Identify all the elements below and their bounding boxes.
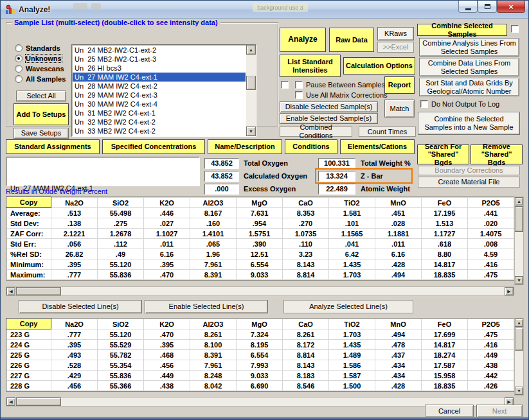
grid-cell[interactable]: .416 — [468, 340, 514, 350]
stats-grid-hscrollbar[interactable]: ◀ ▶ — [6, 286, 514, 296]
use-all-matrix-corrections-checkbox[interactable]: Use All Matrix Corrections — [295, 91, 388, 99]
grid-cell[interactable]: 9.033 — [237, 270, 283, 280]
grid-cell[interactable]: .438 — [144, 381, 190, 391]
grid-cell[interactable]: 14.817 — [422, 340, 468, 350]
grid-cell[interactable]: 1.581 — [329, 208, 375, 218]
minimize-button[interactable] — [458, 1, 478, 13]
list-item[interactable]: Un 27 MAM IW2 C4-ext-1 — [73, 73, 246, 82]
standard-assignments-button[interactable]: Standard Assignments — [6, 139, 100, 154]
grid-cell[interactable]: 2.1221 — [51, 229, 98, 239]
disable-selected-lines-button[interactable]: Disable Selected Line(s) — [19, 300, 142, 313]
grid-cell[interactable]: 12.51 — [237, 249, 283, 259]
grid-cell[interactable]: 55.529 — [98, 340, 144, 350]
grid-cell[interactable]: .011 — [144, 239, 190, 249]
grid-cell[interactable]: 1.0735 — [283, 229, 329, 239]
grid-cell[interactable]: .513 — [51, 208, 98, 218]
grid-cell[interactable]: 7.961 — [190, 259, 237, 270]
list-item[interactable]: Un 25 MB2-IW2-C1-ext-3 — [73, 55, 246, 64]
excel-button[interactable]: >>Excel — [377, 42, 414, 53]
grid-cell[interactable]: 8.248 — [190, 371, 237, 381]
grid-cell[interactable]: 6.42 — [329, 249, 375, 259]
kraws-button[interactable]: KRaws — [377, 27, 414, 40]
grid-cell[interactable]: .470 — [144, 270, 190, 280]
list-item[interactable]: Un 32 MB2 IW2 C4-ext-2 — [73, 118, 246, 127]
add-to-setups-button[interactable]: Add To Setups — [13, 103, 69, 125]
grid-cell[interactable]: .446 — [144, 208, 190, 218]
radio-standards[interactable]: Standards — [15, 44, 60, 52]
grid-cell[interactable]: .451 — [375, 208, 422, 218]
grid-cell[interactable]: 1.587 — [329, 371, 375, 381]
data-grid-vscrollbar[interactable]: ▲ ▼ — [514, 318, 524, 396]
grid-cell[interactable]: .470 — [144, 329, 190, 340]
grid-cell[interactable]: 7.993 — [237, 360, 283, 371]
save-setups-button[interactable]: Save Setups — [13, 128, 69, 139]
grid-cell[interactable]: .390 — [237, 239, 283, 249]
grid-cell[interactable]: .456 — [144, 360, 190, 371]
grid-cell[interactable]: .441 — [468, 208, 514, 218]
grid-cell[interactable]: .275 — [98, 218, 144, 229]
grid-cell[interactable]: .449 — [144, 371, 190, 381]
grid-cell[interactable]: .428 — [375, 381, 422, 391]
list-item[interactable]: Un 31 MB2 IW2 C4-ext-1 — [73, 109, 246, 118]
grid-cell[interactable]: .270 — [283, 218, 329, 229]
grid-cell[interactable]: 6.16 — [144, 249, 190, 259]
scroll-left-icon[interactable]: ◀ — [6, 287, 15, 295]
raw-data-button[interactable]: Raw Data — [329, 28, 374, 52]
grid-cell[interactable]: .429 — [51, 371, 98, 381]
grid-cell[interactable]: 6.690 — [237, 381, 283, 391]
grid-cell[interactable]: 17.195 — [422, 208, 468, 218]
grid-cell[interactable]: 1.1565 — [329, 229, 375, 239]
grid-cell[interactable]: 55.120 — [98, 329, 144, 340]
grid-cell[interactable]: 3.23 — [283, 249, 329, 259]
calculation-options-button[interactable]: Calculation Options — [343, 57, 415, 74]
grid-cell[interactable]: 8.391 — [190, 350, 237, 360]
grid-cell[interactable]: 55.498 — [98, 208, 144, 218]
grid-cell[interactable]: 8.143 — [283, 259, 329, 270]
do-not-output-to-log-checkbox[interactable]: Do Not Output To Log — [420, 100, 499, 108]
combined-conditions-button[interactable]: Combined Conditions — [280, 127, 352, 137]
grid-cell[interactable]: .456 — [51, 381, 98, 391]
scroll-up-icon[interactable]: ▲ — [515, 319, 523, 327]
grid-cell[interactable]: .426 — [468, 381, 514, 391]
list-item[interactable]: Un 26 HI bcs3 — [73, 64, 246, 73]
grid-cell[interactable]: .416 — [468, 259, 514, 270]
grid-cell[interactable]: 8.353 — [283, 208, 329, 218]
grid-cell[interactable]: 8.814 — [283, 350, 329, 360]
grid-cell[interactable]: 4.59 — [468, 249, 514, 259]
grid-cell[interactable]: .777 — [51, 270, 98, 280]
grid-cell[interactable]: .438 — [468, 360, 514, 371]
scrollbar-thumb[interactable] — [515, 206, 523, 232]
grid-cell[interactable]: .493 — [51, 350, 98, 360]
grid-cell[interactable]: 1.500 — [329, 381, 375, 391]
grid-cell[interactable]: 55.836 — [98, 270, 144, 280]
grid-cell[interactable]: 8.195 — [237, 340, 283, 350]
list-item[interactable]: Un 24 MB2-IW2-C1-ext-2 — [73, 46, 246, 55]
grid-cell[interactable]: .008 — [468, 239, 514, 249]
list-item[interactable]: Un 30 MAM IW2 C4-ext-4 — [73, 100, 246, 109]
list-standard-intensities-button[interactable]: List Standard Intensities — [280, 55, 341, 77]
grid-cell[interactable]: 1.703 — [329, 270, 375, 280]
grid-cell[interactable]: 18.835 — [422, 270, 468, 280]
scroll-up-icon[interactable]: ▲ — [246, 45, 256, 55]
grid-cell[interactable]: 8.261 — [283, 329, 329, 340]
stats-grid-vscrollbar[interactable]: ▲ ▼ — [514, 197, 524, 285]
disable-selected-samples-button[interactable]: Disable Selected Sample(s) — [280, 101, 378, 112]
combine-analysis-lines-button[interactable]: Combine Analysis Lines From Selected Sam… — [419, 38, 519, 57]
create-material-file-button[interactable]: Create Material File — [418, 177, 520, 188]
grid-cell[interactable]: .434 — [375, 360, 422, 371]
grid-cell[interactable]: .954 — [237, 218, 283, 229]
grid-cell[interactable]: 8.814 — [283, 270, 329, 280]
list-item[interactable]: Un 29 MAM IW2 C4-ext-3 — [73, 91, 246, 100]
grid-cell[interactable]: 9.033 — [237, 371, 283, 381]
grid-cell[interactable]: 55.782 — [98, 350, 144, 360]
grid-cell[interactable]: 8.183 — [283, 371, 329, 381]
grid-cell[interactable]: .028 — [375, 218, 422, 229]
grid-cell[interactable]: 18.835 — [422, 381, 468, 391]
grid-cell[interactable]: .020 — [468, 218, 514, 229]
conditions-button[interactable]: Conditions — [285, 139, 337, 154]
grid-cell[interactable]: 8.546 — [283, 381, 329, 391]
grid-cell[interactable]: 1.4075 — [468, 229, 514, 239]
grid-cell[interactable]: 1.2678 — [98, 229, 144, 239]
grid-cell[interactable]: 8.167 — [190, 208, 237, 218]
sample-list-scrollbar[interactable]: ▲ ▼ — [246, 45, 256, 136]
